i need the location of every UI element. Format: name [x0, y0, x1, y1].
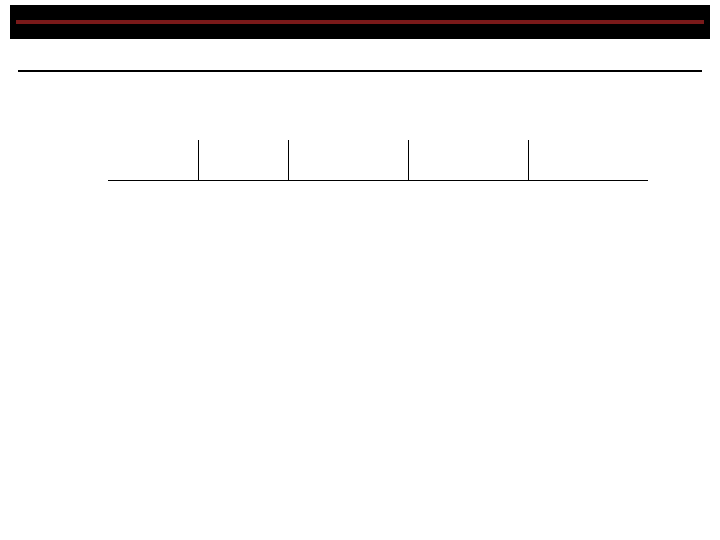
col-header-l5: [528, 140, 648, 180]
data-table: [108, 140, 648, 181]
col-header-l4: [408, 140, 528, 180]
col-header-l3: [288, 140, 408, 180]
title-block: [18, 64, 702, 72]
table-header-row: [108, 140, 648, 180]
content-area: [0, 140, 720, 500]
title-underline: [18, 70, 702, 72]
slide: [0, 0, 720, 540]
col-header-l2: [198, 140, 288, 180]
top-decorative-bar: [10, 5, 710, 39]
col-header-l1: [108, 140, 198, 180]
